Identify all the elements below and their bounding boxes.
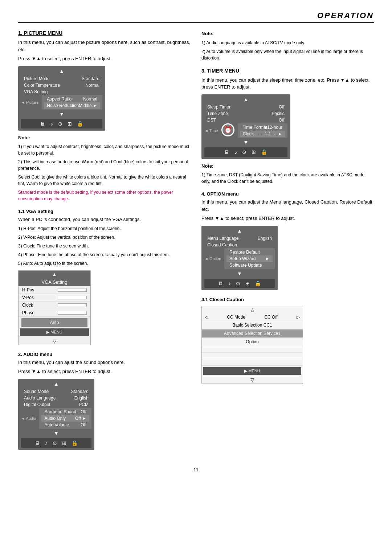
vga-bar-vpos	[58, 296, 87, 299]
col-right: Note: 1) Audio language is available in …	[201, 30, 374, 456]
cc-menu-mockup: △ ◁ CC Mode CC Off ▷ Basic Selection CC1…	[201, 306, 303, 384]
section2-press: Press ▼▲ to select, press ENTER to adjus…	[18, 368, 191, 375]
section-option-menu: 4. OPTION menu In this menu, you can adj…	[201, 191, 374, 290]
audio-menu-arrow-down: ▼	[21, 430, 91, 436]
vga-item-5: 5) Auto: Auto adjust to fit the screen.	[18, 260, 191, 267]
section3-intro: In this menu, you can adjust the sleep t…	[201, 77, 374, 91]
cc-mode-label: CC Mode	[227, 315, 245, 320]
section1-highlight: Standard mode is the default setting, if…	[18, 189, 191, 202]
picture-menu-row-1: Picture ModeStandard	[21, 75, 102, 82]
picture-menu-nav: ◄ Picture Aspect RatioNormal Noise Reduc…	[21, 95, 102, 110]
audio-menu-icons: 🖥 ♪ ⊙ ⊞ 🔒	[21, 438, 91, 448]
page-title: OPERATION	[18, 11, 374, 20]
audio-icon-2: ♪	[45, 440, 48, 446]
audio-note-1: 1) Audio language is available in ATSC/T…	[201, 40, 374, 46]
cc-menu-btn: ▶ MENU	[203, 367, 301, 375]
audio-menu-row-3: Digital OutputPCM	[21, 401, 91, 408]
section1-note-label: Note:	[18, 134, 191, 142]
picture-menu-icons: 🖥 ♪ ⊙ ⊞ 🔒	[21, 119, 102, 128]
col-left: 1. PICTURE MENU In this menu, you can ad…	[18, 30, 191, 456]
vga-menu-mockup: ▲ VGA Setting H-Pos V-Pos Clock Phase	[18, 270, 91, 345]
page-number: -11-	[18, 467, 374, 472]
cc-mode-value: CC Off	[264, 315, 277, 320]
vga-auto-btn: Auto	[21, 318, 87, 327]
vga-arrow-down: ▽	[19, 337, 90, 345]
section1-press: Press ▼▲ to select, press ENTER to adjus…	[18, 55, 191, 62]
timer-menu-row-1: Sleep TimerOff	[204, 104, 287, 110]
timer-menu-row-5: Clock----/--/--:-- ►	[240, 131, 285, 137]
audio-note-label: Note:	[201, 30, 374, 37]
audio-menu-box: ▲ Sound ModeStandard Audio LanguageEngli…	[18, 379, 94, 450]
clock-icon: ⏰	[221, 123, 234, 136]
timer-icon: ⊙	[58, 121, 62, 127]
option-menu-nav: ◄ Option Restore Default Setup Wizard► S…	[204, 248, 275, 269]
timer-menu-wrap: ▲ Sleep TimerOff Time ZonePacific DSTOff…	[201, 94, 374, 159]
section1-note1: 1) If you want to adjust contrast, brigh…	[18, 143, 191, 156]
section2-intro: In this menu, you can ajust the sound op…	[18, 359, 191, 366]
lock-icon: 🔒	[77, 121, 83, 127]
option-menu-row-5: Software Update	[226, 262, 273, 269]
timer-icon-4: ⊙	[236, 280, 240, 286]
cc-nav-left: ◁	[205, 315, 208, 320]
section2-title: 2. AUDIO menu	[18, 352, 191, 357]
section-vga: 1.1 VGA Setting When a PC is connected, …	[18, 209, 191, 345]
timer-menu-icons: 🖥 ♪ ⊙ ⊞ 🔒	[204, 147, 287, 157]
picture-nav-label: ◄ Picture	[21, 100, 38, 105]
vga-row-hpos: H-Pos	[19, 286, 90, 294]
audio-menu-row-1: Sound ModeStandard	[21, 388, 91, 395]
section4-press: Press ▼▲ to select, press ENTER to adjus…	[201, 215, 374, 222]
audio-menu-arrow-up: ▲	[21, 381, 91, 387]
audio-notes-section: Note: 1) Audio language is available in …	[201, 30, 374, 61]
vga-bar-hpos	[58, 288, 87, 292]
section-timer-menu: 3. TIMER MENU In this menu, you can adju…	[201, 68, 374, 185]
audio-menu-row-6: Auto VolumeOff	[41, 422, 89, 428]
vga-item-2: 2) V-Pos: Adjust the vertical position o…	[18, 234, 191, 241]
section1-intro: In this menu, you can adjust the picture…	[18, 39, 191, 53]
section1-note2: 2) This will increase or decrease Warm (…	[18, 159, 191, 172]
option-menu-wrap: ▲ Menu LanguageEnglish Closed Caption ◄ …	[201, 226, 374, 290]
timer-note-1: 1) Time zone, DST (Daylight Saving Time)…	[201, 172, 374, 185]
vga-bar-phase	[58, 311, 87, 315]
option-menu-icons: 🖥 ♪ ⊙ ⊞ 🔒	[204, 279, 275, 288]
timer-menu-arrow-down: ▼	[204, 139, 287, 145]
picture-menu-row-4: Aspect RatioNormal	[44, 96, 100, 102]
timer-menu-row-4: Time Format12-hour	[240, 124, 285, 131]
monitor-icon: 🖥	[40, 121, 45, 127]
audio-icon-4: ♪	[228, 280, 231, 286]
cc-top-row: ◁ CC Mode CC Off ▷	[202, 314, 303, 321]
timer-note-label: Note:	[201, 163, 374, 170]
option-menu-arrow-down: ▼	[204, 271, 275, 276]
audio-menu-content: Surround SoundOff Audio OnlyOff ► Auto V…	[39, 408, 91, 429]
vga-item-3: 3) Clock: Fine tune the screen width.	[18, 243, 191, 249]
audio-nav-label: ◄ Audio	[21, 416, 36, 421]
audio-menu-row-4: Surround SoundOff	[41, 409, 89, 415]
option-menu-row-1: Menu LanguageEnglish	[204, 235, 275, 242]
timer-nav-label: ◄ Time	[204, 128, 218, 133]
cc-nav-right: ▷	[297, 315, 300, 320]
cc-row-empty-2	[202, 353, 303, 359]
section4-intro: In this menu, you can adjust the Menu la…	[201, 198, 374, 213]
cc-row-advanced: Advanced Selection Service1	[202, 329, 303, 338]
cc-arrow-down: ▽	[202, 376, 303, 384]
picture-menu-arrow-down: ▼	[21, 111, 102, 117]
section4-1-title: 4.1 Closed Caption	[201, 297, 374, 302]
option-nav-label: ◄ Option	[204, 257, 221, 261]
lock-icon-3: 🔒	[261, 149, 267, 155]
vga-bar-clock	[58, 303, 87, 307]
vga-title: VGA Setting	[19, 278, 90, 286]
lock-icon-4: 🔒	[255, 280, 261, 286]
timer-icon-3: ⊙	[242, 149, 246, 155]
audio-menu-nav: ◄ Audio Surround SoundOff Audio OnlyOff …	[21, 408, 91, 429]
section1-note3: Select Cool to give the white colors a b…	[18, 174, 191, 187]
cc-row-basic: Basic Selection CC1	[202, 321, 303, 329]
vga-item-1: 1) H-Pos: Adjust the horizontal position…	[18, 225, 191, 232]
audio-menu-row-5: Audio OnlyOff ►	[41, 415, 89, 422]
picture-menu-row-2: Color TemperatureNormal	[21, 82, 102, 89]
monitor-icon-3: 🖥	[224, 149, 229, 155]
section3-title: 3. TIMER MENU	[201, 68, 374, 74]
timer-icon-2: ⊙	[53, 440, 57, 446]
vga-row-phase: Phase	[19, 309, 90, 317]
option-menu-row-2: Closed Caption	[204, 242, 275, 248]
timer-menu-nav: ◄ Time ⏰ Time Format12-hour Clock----/--…	[204, 123, 287, 138]
grid-icon-3: ⊞	[252, 149, 256, 155]
